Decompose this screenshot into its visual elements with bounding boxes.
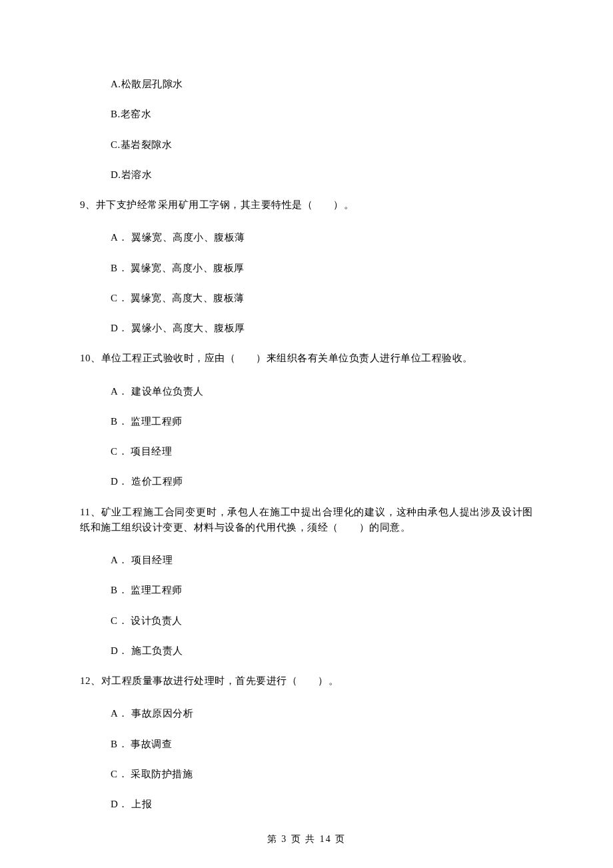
q8-option-c: C.基岩裂隙水	[111, 137, 533, 153]
q10-option-c: C． 项目经理	[111, 444, 533, 459]
page: A.松散层孔隙水 B.老窑水 C.基岩裂隙水 D.岩溶水 9、井下支护经常采用矿…	[0, 0, 613, 868]
q8-option-d: D.岩溶水	[111, 167, 533, 183]
q9-option-a: A． 翼缘宽、高度小、腹板薄	[111, 230, 533, 245]
q10-option-b: B． 监理工程师	[111, 414, 533, 429]
page-footer: 第 3 页 共 14 页	[0, 832, 613, 847]
q10-option-a: A． 建设单位负责人	[111, 384, 533, 399]
q11-option-d: D． 施工负责人	[111, 643, 533, 659]
q11-stem: 11、矿业工程施工合同变更时，承包人在施工中提出合理化的建议，这种由承包人提出涉…	[80, 505, 533, 536]
q9-option-d: D． 翼缘小、高度大、腹板厚	[111, 321, 533, 336]
q10-option-d: D． 造价工程师	[111, 474, 533, 489]
q11-option-c: C． 设计负责人	[111, 613, 533, 629]
q12-option-b: B． 事故调查	[111, 737, 533, 752]
q11-option-a: A． 项目经理	[111, 553, 533, 568]
q12-option-a: A． 事故原因分析	[111, 706, 533, 721]
q12-option-d: D． 上报	[111, 797, 533, 812]
q11-option-b: B． 监理工程师	[111, 583, 533, 598]
q12-option-c: C． 采取防护措施	[111, 767, 533, 782]
q8-option-a: A.松散层孔隙水	[111, 77, 533, 92]
q9-option-b: B． 翼缘宽、高度小、腹板厚	[111, 261, 533, 276]
q8-option-b: B.老窑水	[111, 107, 533, 122]
q10-stem: 10、单位工程正式验收时，应由（ ）来组织各有关单位负责人进行单位工程验收。	[80, 351, 533, 366]
q12-stem: 12、对工程质量事故进行处理时，首先要进行（ ）。	[80, 673, 533, 689]
q9-stem: 9、井下支护经常采用矿用工字钢，其主要特性是（ ）。	[80, 197, 533, 213]
q9-option-c: C． 翼缘宽、高度大、腹板薄	[111, 291, 533, 306]
